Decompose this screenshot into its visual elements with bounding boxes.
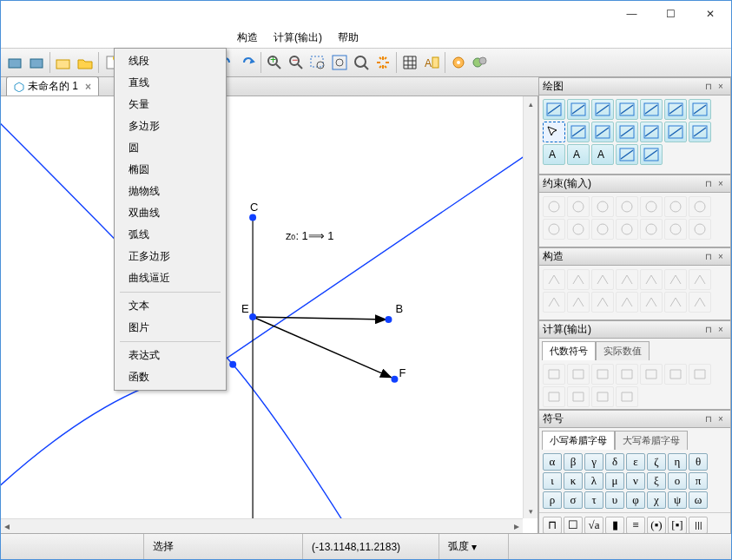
- menu-item-curve-approx[interactable]: 曲线逼近: [116, 267, 224, 289]
- panel-close-icon[interactable]: ×: [715, 82, 727, 91]
- draw-tool-7[interactable]: [543, 122, 565, 142]
- greek-π[interactable]: π: [689, 472, 708, 490]
- draw-tool-2[interactable]: [591, 99, 614, 120]
- greek-δ[interactable]: δ: [605, 453, 624, 471]
- tool-folder[interactable]: [75, 52, 96, 73]
- document-tab[interactable]: 未命名的 1 ×: [6, 76, 99, 96]
- panel-close-icon[interactable]: ×: [715, 414, 727, 424]
- greek-λ[interactable]: λ: [584, 472, 603, 490]
- menu-item-parabola[interactable]: 抛物线: [116, 181, 224, 202]
- compute-tool-3[interactable]: [616, 364, 638, 385]
- construct-tool-3[interactable]: [616, 269, 638, 290]
- constraint-tool-4[interactable]: [640, 196, 663, 217]
- constraint-tool-0[interactable]: [543, 196, 565, 217]
- draw-tool-12[interactable]: [664, 122, 687, 142]
- construct-tool-1[interactable]: [567, 269, 590, 290]
- scroll-left-icon[interactable]: ◂: [4, 520, 10, 532]
- constraint-tool-10[interactable]: [616, 219, 638, 240]
- op-symbol-2[interactable]: √a: [584, 517, 603, 534]
- text-style-button[interactable]: A: [421, 52, 442, 73]
- panel-close-icon[interactable]: ×: [715, 325, 727, 334]
- greek-θ[interactable]: θ: [689, 453, 708, 471]
- menu-item-image[interactable]: 图片: [116, 317, 224, 339]
- draw-tool-4[interactable]: [640, 99, 663, 120]
- draw-tool-18[interactable]: [640, 144, 663, 165]
- menu-item-regular-polygon[interactable]: 正多边形: [116, 246, 224, 267]
- draw-tool-16[interactable]: A: [591, 144, 614, 165]
- zoom-actual-button[interactable]: [351, 52, 372, 73]
- menu-item-arc[interactable]: 弧线: [116, 224, 224, 246]
- menu-construct[interactable]: 构造: [230, 28, 265, 48]
- greek-η[interactable]: η: [668, 453, 687, 471]
- compute-tool-10[interactable]: [616, 386, 638, 407]
- greek-ρ[interactable]: ρ: [543, 491, 562, 509]
- constraint-tool-5[interactable]: [664, 196, 687, 217]
- pan-button[interactable]: [373, 52, 393, 73]
- vertical-scrollbar[interactable]: ▴ ▾: [523, 96, 537, 518]
- geometry-canvas[interactable]: C E B F z₀: 1⟹ 1: [1, 96, 537, 533]
- status-angle-mode[interactable]: 弧度 ▾: [439, 534, 509, 559]
- construct-tool-11[interactable]: [640, 292, 663, 313]
- menu-item-segment[interactable]: 线段: [116, 50, 224, 72]
- op-symbol-0[interactable]: ⊓: [543, 517, 562, 534]
- constraint-tool-7[interactable]: [543, 219, 565, 240]
- op-symbol-7[interactable]: ⫼: [689, 517, 708, 534]
- greek-ψ[interactable]: ψ: [668, 491, 687, 509]
- menu-help[interactable]: 帮助: [331, 28, 366, 48]
- menu-item-text[interactable]: 文本: [116, 295, 224, 317]
- construct-tool-12[interactable]: [664, 292, 687, 313]
- compute-tool-4[interactable]: [640, 364, 663, 385]
- symbol-tab-uppercase[interactable]: 大写希腊字母: [615, 431, 688, 450]
- draw-tool-8[interactable]: [567, 122, 590, 142]
- greek-μ[interactable]: μ: [605, 472, 624, 490]
- draw-tool-14[interactable]: A: [543, 144, 565, 165]
- constraint-tool-9[interactable]: [591, 219, 614, 240]
- constraint-tool-13[interactable]: [689, 219, 711, 240]
- constraint-tool-2[interactable]: [591, 196, 614, 217]
- compute-tool-2[interactable]: [591, 364, 614, 385]
- tool-open[interactable]: [53, 52, 74, 73]
- draw-tool-10[interactable]: [616, 122, 638, 142]
- compute-tool-0[interactable]: [543, 364, 565, 385]
- op-symbol-1[interactable]: ☐: [564, 517, 583, 534]
- compute-tool-1[interactable]: [567, 364, 590, 385]
- zoom-fit-button[interactable]: [329, 52, 350, 73]
- menu-item-ellipse[interactable]: 椭圆: [116, 159, 224, 181]
- construct-tool-4[interactable]: [640, 269, 663, 290]
- draw-tool-11[interactable]: [640, 122, 663, 142]
- pin-icon[interactable]: ⊓: [702, 325, 715, 334]
- constraint-tool-6[interactable]: [689, 196, 711, 217]
- pin-icon[interactable]: ⊓: [702, 414, 715, 424]
- op-symbol-6[interactable]: [▪]: [668, 517, 687, 534]
- minimize-button[interactable]: —: [612, 2, 651, 26]
- zoom-in-button[interactable]: +: [264, 52, 285, 73]
- construct-tool-5[interactable]: [664, 269, 687, 290]
- greek-ν[interactable]: ν: [626, 472, 645, 490]
- compute-tool-7[interactable]: [543, 386, 565, 407]
- zoom-out-button[interactable]: −: [286, 52, 307, 73]
- construct-tool-7[interactable]: [543, 292, 565, 313]
- construct-tool-10[interactable]: [616, 292, 638, 313]
- tab-close-button[interactable]: ×: [85, 81, 91, 93]
- menu-item-vector[interactable]: 矢量: [116, 94, 224, 115]
- draw-tool-3[interactable]: [616, 99, 638, 120]
- construct-tool-0[interactable]: [543, 269, 565, 290]
- close-button[interactable]: ✕: [690, 2, 729, 26]
- panel-close-icon[interactable]: ×: [715, 179, 727, 188]
- draw-tool-13[interactable]: [689, 122, 711, 142]
- draw-tool-1[interactable]: [567, 99, 590, 120]
- pin-icon[interactable]: ⊓: [702, 252, 715, 261]
- greek-ω[interactable]: ω: [689, 491, 708, 509]
- menu-compute[interactable]: 计算(输出): [267, 28, 329, 48]
- greek-χ[interactable]: χ: [647, 491, 666, 509]
- compute-tab-algebraic[interactable]: 代数符号: [542, 341, 596, 360]
- redo-button[interactable]: [237, 52, 258, 73]
- menu-item-line[interactable]: 直线: [116, 72, 224, 94]
- compute-tab-numeric[interactable]: 实际数值: [596, 341, 650, 360]
- construct-tool-9[interactable]: [591, 292, 614, 313]
- greek-τ[interactable]: τ: [584, 491, 603, 509]
- greek-φ[interactable]: φ: [626, 491, 645, 509]
- pin-icon[interactable]: ⊓: [702, 179, 715, 188]
- greek-ι[interactable]: ι: [543, 472, 562, 490]
- greek-γ[interactable]: γ: [584, 453, 603, 471]
